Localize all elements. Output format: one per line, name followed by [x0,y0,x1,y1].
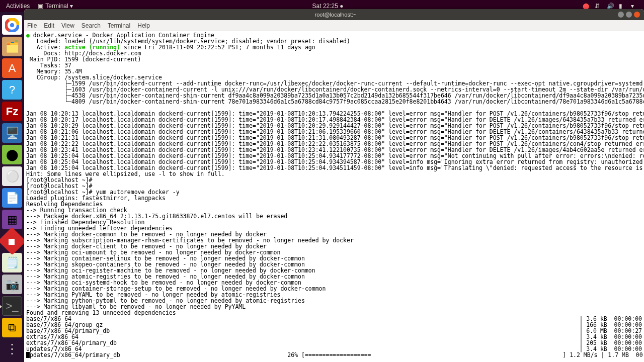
leaf-app-icon[interactable]: 🗒️ [2,253,22,273]
activities-button[interactable]: Activities [6,3,30,10]
terminal-viewport[interactable]: ● docker.service - Docker Application Co… [24,31,644,362]
filezilla-icon[interactable]: Fz [2,102,22,121]
window-title: root@localhost:~ [53,12,618,18]
anydesk-icon[interactable]: ◆ [0,227,26,255]
minimize-button[interactable] [618,12,624,18]
camera-icon[interactable]: 📷 [2,275,22,294]
terminal-app-icon[interactable]: >_ [2,296,22,316]
chrome-icon[interactable] [2,15,22,35]
close-button[interactable] [634,12,640,18]
window-titlebar[interactable]: root@localhost:~ [24,9,644,20]
menu-view[interactable]: View [61,22,74,29]
download-row: base/7/x86_64/group_gz| 166 kB 00:00:00 [26,322,642,328]
network-icon[interactable]: ⇵ [595,3,602,10]
terminal-window: root@localhost:~ File Edit View Search T… [24,9,644,362]
download-row: base/7/x86_64| 3.6 kB 00:00:00 [26,316,642,322]
volume-icon[interactable]: 🔊 [607,3,614,10]
download-row: extras/7/x86_64| 3.4 kB 00:00:00 [26,334,642,340]
menu-file[interactable]: File [27,22,37,29]
battery-icon[interactable]: ▮ [619,3,626,10]
download-row: base/7/x86_64/primary_db| 6.0 MB 00:00:2… [26,328,642,334]
help-icon[interactable]: ? [2,80,22,100]
terminal-icon: ▣ [38,3,43,10]
show-apps-icon[interactable]: ⋮⋮⋮ [2,339,22,359]
text-cursor [26,352,30,358]
screencast-icon[interactable]: ⬤ [583,3,590,10]
terminal-menubar: File Edit View Search Terminal Help [24,20,644,31]
green-app-icon[interactable]: ⬤ [2,145,22,164]
menu-edit[interactable]: Edit [44,22,54,29]
term-line: └─4809 /usr/bin/docker-containerd-shim-c… [26,98,644,105]
purple-app-icon[interactable]: ▦ [2,210,22,229]
app-menu-label: Terminal ▾ [45,3,73,10]
files-icon[interactable]: 🗂️ [2,37,22,56]
menu-help[interactable]: Help [137,22,150,29]
software-center-icon[interactable]: A [2,58,22,78]
app-menu[interactable]: ▣ Terminal ▾ [38,3,73,10]
media-player-icon[interactable]: ⚪ [2,166,22,186]
system-tray[interactable]: ⬤ ⇵ 🔊 ▮ ▾ [583,3,638,10]
launcher-dock: 🗂️ A ? Fz 🖥️ ⬤ ⚪ 📄 ▦ ◆ 🗒️ 📷 >_ ⧉ ⋮⋮⋮ [0,12,24,362]
power-icon[interactable]: ▾ [631,3,638,10]
text-editor-icon[interactable]: 📄 [2,188,22,208]
clock[interactable]: Sat 22:25 ● [312,3,344,10]
term-line: since Fri 2018-11-09 20:22:52 PST; 7 mon… [120,44,315,51]
download-progress-line: pdates/7/x86_64/primary_db 26% [========… [30,351,644,358]
menu-terminal[interactable]: Terminal [108,22,130,29]
remote-desktop-icon[interactable]: 🖥️ [2,123,22,143]
menu-search[interactable]: Search [82,22,101,29]
virtualbox-icon[interactable]: ⧉ [2,318,22,337]
maximize-button[interactable] [626,12,632,18]
download-row: extras/7/x86_64/primary_db| 205 kB 00:00… [26,340,642,346]
